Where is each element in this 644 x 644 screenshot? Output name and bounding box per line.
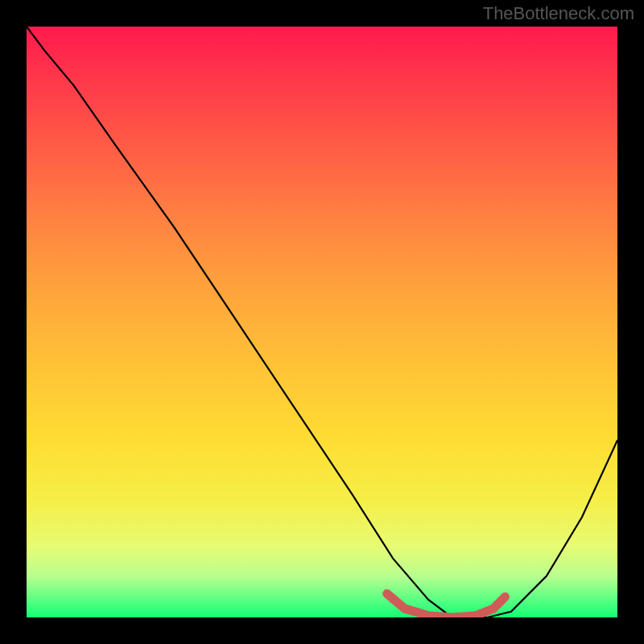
chart-svg [27, 27, 617, 617]
watermark-text: TheBottleneck.com [483, 3, 634, 24]
highlight-curve [387, 594, 506, 617]
main-curve [27, 27, 617, 617]
chart-gradient-area [27, 27, 617, 617]
